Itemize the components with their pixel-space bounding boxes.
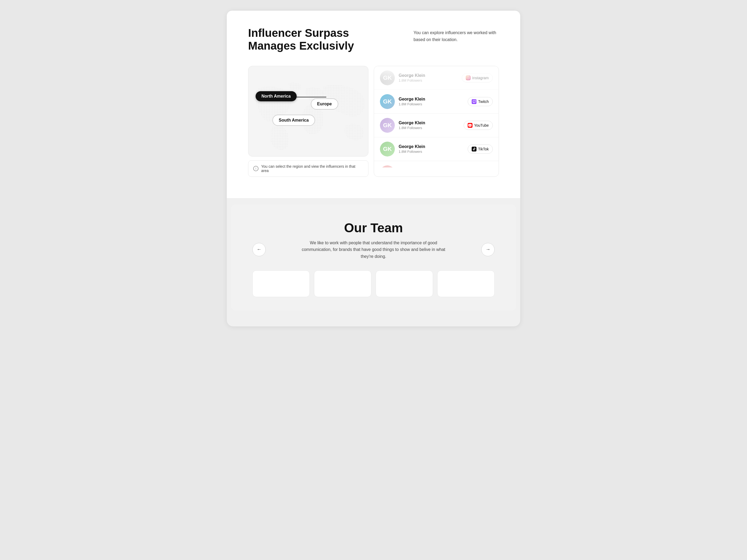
influencer-list: GK George Klein 1.8M Followers: [374, 66, 499, 167]
influencer-header: Influencer Surpass Manages Exclusivly Yo…: [248, 27, 499, 53]
avatar: GK: [380, 165, 395, 167]
influencer-info: George Klein 1.8M Followers: [398, 121, 460, 130]
list-item: GK George Klein 1.8M Followers: [374, 137, 499, 161]
influencer-info: George Klein 1.8M Followers: [398, 73, 458, 82]
team-description: We like to work with people that underst…: [299, 239, 448, 260]
avatar: GK: [380, 118, 395, 133]
info-icon: i: [253, 166, 259, 171]
influencer-list-panel: GK George Klein 1.8M Followers: [374, 66, 499, 177]
influencer-body: North America Europe South America i You…: [248, 66, 499, 177]
youtube-icon: [468, 123, 472, 128]
prev-button[interactable]: ←: [252, 243, 266, 256]
south-america-button[interactable]: South America: [273, 115, 315, 126]
europe-button[interactable]: Europe: [311, 99, 338, 110]
team-title: Our Team: [252, 220, 495, 235]
influencer-followers: 1.8M Followers: [398, 150, 464, 154]
team-section: Our Team ← We like to work with people t…: [231, 205, 516, 311]
team-header: Our Team ← We like to work with people t…: [252, 220, 495, 260]
platform-badge-youtube[interactable]: YouTube: [464, 121, 493, 130]
platform-badge-tiktok[interactable]: TikTok: [468, 144, 493, 154]
map-panel: North America Europe South America i You…: [248, 66, 368, 177]
map-info-text: You can select the region and view the i…: [261, 164, 363, 173]
avatar-image: GK: [380, 94, 395, 109]
influencer-name: George Klein: [398, 97, 464, 102]
list-item: GK George Klein 1.8M Followers: [374, 66, 499, 90]
page-wrapper: Influencer Surpass Manages Exclusivly Yo…: [227, 11, 520, 326]
avatar: GK: [380, 71, 395, 85]
map-container: North America Europe South America: [248, 66, 368, 157]
svg-point-3: [469, 77, 469, 77]
influencer-name: George Klein: [398, 121, 460, 125]
platform-badge-instagram[interactable]: Instagram: [462, 73, 493, 82]
team-card: [252, 270, 310, 297]
influencer-title-block: Influencer Surpass Manages Exclusivly: [248, 27, 354, 53]
next-button[interactable]: →: [481, 243, 495, 256]
team-card: [314, 270, 371, 297]
influencer-name: George Klein: [398, 73, 458, 78]
twitch-icon: [472, 99, 476, 104]
svg-rect-1: [467, 76, 469, 79]
north-america-button[interactable]: North America: [256, 91, 297, 101]
instagram-icon: [466, 76, 471, 80]
team-nav: ← We like to work with people that under…: [252, 239, 495, 260]
influencer-section: Influencer Surpass Manages Exclusivly Yo…: [227, 11, 520, 198]
list-item: GK George Klein 1.8M Followers: [374, 90, 499, 114]
influencer-info: George Klein 1.8M Followers: [398, 97, 464, 106]
influencer-name: George Klein: [398, 144, 464, 149]
avatar-image: GK: [380, 141, 395, 157]
influencer-description: You can explore influencers we worked wi…: [413, 29, 499, 43]
tiktok-icon: [472, 146, 476, 152]
connector-line: [291, 97, 326, 97]
team-cards: [252, 270, 495, 297]
avatar-image: GK: [380, 165, 395, 167]
influencer-info: George Klein 1.8M Followers: [398, 144, 464, 154]
list-item: GK George Klein 1.8M Followers: [374, 114, 499, 137]
team-card: [437, 270, 495, 297]
avatar-image: GK: [380, 71, 395, 85]
influencer-followers: 1.8M Followers: [398, 78, 458, 82]
map-info-box: i You can select the region and view the…: [248, 160, 368, 177]
avatar: GK: [380, 141, 395, 157]
avatar-image: GK: [380, 118, 395, 133]
influencer-followers: 1.8M Followers: [398, 126, 460, 130]
list-item: GK George Klein 1.8M Followers: [374, 161, 499, 167]
avatar: GK: [380, 94, 395, 109]
team-card: [376, 270, 433, 297]
page-title: Influencer Surpass Manages Exclusivly: [248, 27, 354, 53]
svg-point-2: [467, 77, 469, 78]
influencer-followers: 1.8M Followers: [398, 102, 464, 106]
world-map-svg: [248, 66, 368, 156]
platform-badge-twitch[interactable]: Twitch: [468, 97, 493, 106]
